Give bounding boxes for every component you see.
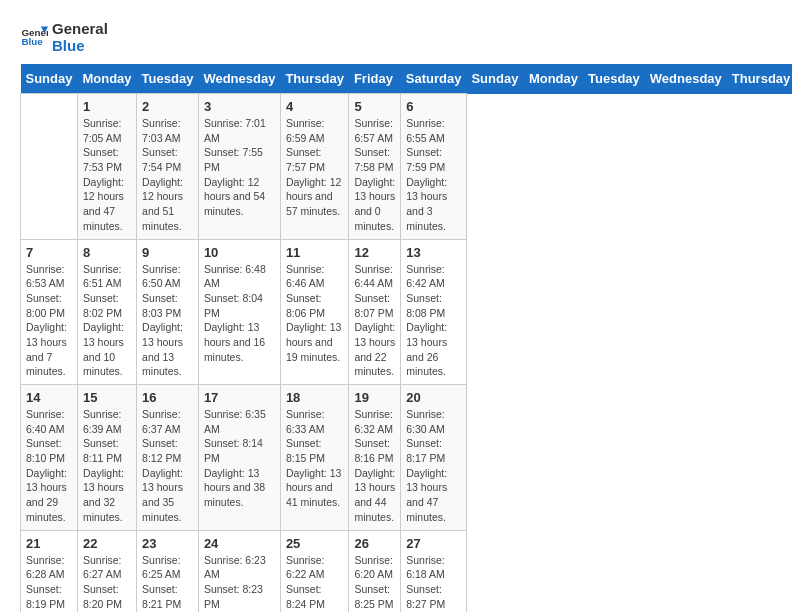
day-info: Sunrise: 6:42 AMSunset: 8:08 PMDaylight:… [406, 262, 461, 380]
header-friday: Friday [349, 64, 401, 94]
day-number: 2 [142, 99, 193, 114]
calendar-cell: 23 Sunrise: 6:25 AMSunset: 8:21 PMDaylig… [137, 530, 199, 612]
day-info: Sunrise: 6:25 AMSunset: 8:21 PMDaylight:… [142, 553, 193, 613]
calendar-cell: 7 Sunrise: 6:53 AMSunset: 8:00 PMDayligh… [21, 239, 78, 385]
svg-text:Blue: Blue [21, 36, 43, 47]
calendar-cell: 13 Sunrise: 6:42 AMSunset: 8:08 PMDaylig… [401, 239, 467, 385]
calendar-cell: 20 Sunrise: 6:30 AMSunset: 8:17 PMDaylig… [401, 385, 467, 531]
header-monday: Monday [77, 64, 136, 94]
day-info: Sunrise: 7:01 AMSunset: 7:55 PMDaylight:… [204, 116, 275, 219]
day-number: 5 [354, 99, 395, 114]
day-info: Sunrise: 6:57 AMSunset: 7:58 PMDaylight:… [354, 116, 395, 234]
calendar-cell [21, 94, 78, 240]
day-number: 19 [354, 390, 395, 405]
day-info: Sunrise: 6:50 AMSunset: 8:03 PMDaylight:… [142, 262, 193, 380]
calendar-week-row: 14 Sunrise: 6:40 AMSunset: 8:10 PMDaylig… [21, 385, 793, 531]
header-saturday: Saturday [401, 64, 467, 94]
calendar-cell: 11 Sunrise: 6:46 AMSunset: 8:06 PMDaylig… [280, 239, 349, 385]
calendar-cell: 4 Sunrise: 6:59 AMSunset: 7:57 PMDayligh… [280, 94, 349, 240]
day-info: Sunrise: 6:44 AMSunset: 8:07 PMDaylight:… [354, 262, 395, 380]
calendar-cell: 22 Sunrise: 6:27 AMSunset: 8:20 PMDaylig… [77, 530, 136, 612]
calendar-cell: 26 Sunrise: 6:20 AMSunset: 8:25 PMDaylig… [349, 530, 401, 612]
calendar-cell: 1 Sunrise: 7:05 AMSunset: 7:53 PMDayligh… [77, 94, 136, 240]
calendar-cell: 8 Sunrise: 6:51 AMSunset: 8:02 PMDayligh… [77, 239, 136, 385]
header-wednesday: Wednesday [645, 64, 727, 94]
day-info: Sunrise: 7:05 AMSunset: 7:53 PMDaylight:… [83, 116, 131, 234]
day-number: 9 [142, 245, 193, 260]
calendar-cell: 19 Sunrise: 6:32 AMSunset: 8:16 PMDaylig… [349, 385, 401, 531]
day-number: 12 [354, 245, 395, 260]
day-info: Sunrise: 6:46 AMSunset: 8:06 PMDaylight:… [286, 262, 344, 365]
calendar-cell: 2 Sunrise: 7:03 AMSunset: 7:54 PMDayligh… [137, 94, 199, 240]
day-info: Sunrise: 6:33 AMSunset: 8:15 PMDaylight:… [286, 407, 344, 510]
day-info: Sunrise: 6:55 AMSunset: 7:59 PMDaylight:… [406, 116, 461, 234]
calendar-table: SundayMondayTuesdayWednesdayThursdayFrid… [20, 64, 792, 612]
day-number: 23 [142, 536, 193, 551]
day-info: Sunrise: 6:22 AMSunset: 8:24 PMDaylight:… [286, 553, 344, 613]
calendar-week-row: 7 Sunrise: 6:53 AMSunset: 8:00 PMDayligh… [21, 239, 793, 385]
calendar-header-row: SundayMondayTuesdayWednesdayThursdayFrid… [21, 64, 793, 94]
calendar-week-row: 1 Sunrise: 7:05 AMSunset: 7:53 PMDayligh… [21, 94, 793, 240]
day-number: 22 [83, 536, 131, 551]
calendar-cell: 16 Sunrise: 6:37 AMSunset: 8:12 PMDaylig… [137, 385, 199, 531]
logo-text-general: General [52, 20, 108, 37]
day-number: 4 [286, 99, 344, 114]
day-info: Sunrise: 6:59 AMSunset: 7:57 PMDaylight:… [286, 116, 344, 219]
day-number: 20 [406, 390, 461, 405]
day-number: 21 [26, 536, 72, 551]
day-info: Sunrise: 6:51 AMSunset: 8:02 PMDaylight:… [83, 262, 131, 380]
page-header: General Blue General Blue [20, 20, 772, 54]
day-info: Sunrise: 6:40 AMSunset: 8:10 PMDaylight:… [26, 407, 72, 525]
logo-icon: General Blue [20, 23, 48, 51]
calendar-cell: 10 Sunrise: 6:48 AMSunset: 8:04 PMDaylig… [198, 239, 280, 385]
day-info: Sunrise: 6:32 AMSunset: 8:16 PMDaylight:… [354, 407, 395, 525]
logo-text-blue: Blue [52, 37, 108, 54]
day-number: 6 [406, 99, 461, 114]
day-info: Sunrise: 6:53 AMSunset: 8:00 PMDaylight:… [26, 262, 72, 380]
day-number: 15 [83, 390, 131, 405]
calendar-cell: 9 Sunrise: 6:50 AMSunset: 8:03 PMDayligh… [137, 239, 199, 385]
day-number: 14 [26, 390, 72, 405]
day-info: Sunrise: 6:23 AMSunset: 8:23 PMDaylight:… [204, 553, 275, 613]
header-sunday: Sunday [466, 64, 523, 94]
calendar-cell: 15 Sunrise: 6:39 AMSunset: 8:11 PMDaylig… [77, 385, 136, 531]
day-info: Sunrise: 6:28 AMSunset: 8:19 PMDaylight:… [26, 553, 72, 613]
header-sunday: Sunday [21, 64, 78, 94]
header-thursday: Thursday [727, 64, 792, 94]
header-wednesday: Wednesday [198, 64, 280, 94]
calendar-cell: 5 Sunrise: 6:57 AMSunset: 7:58 PMDayligh… [349, 94, 401, 240]
calendar-cell: 27 Sunrise: 6:18 AMSunset: 8:27 PMDaylig… [401, 530, 467, 612]
calendar-cell: 18 Sunrise: 6:33 AMSunset: 8:15 PMDaylig… [280, 385, 349, 531]
header-thursday: Thursday [280, 64, 349, 94]
day-info: Sunrise: 6:39 AMSunset: 8:11 PMDaylight:… [83, 407, 131, 525]
calendar-week-row: 21 Sunrise: 6:28 AMSunset: 8:19 PMDaylig… [21, 530, 793, 612]
calendar-cell: 17 Sunrise: 6:35 AMSunset: 8:14 PMDaylig… [198, 385, 280, 531]
day-number: 8 [83, 245, 131, 260]
calendar-cell: 21 Sunrise: 6:28 AMSunset: 8:19 PMDaylig… [21, 530, 78, 612]
day-number: 1 [83, 99, 131, 114]
day-number: 17 [204, 390, 275, 405]
day-number: 18 [286, 390, 344, 405]
day-info: Sunrise: 6:20 AMSunset: 8:25 PMDaylight:… [354, 553, 395, 613]
day-info: Sunrise: 6:35 AMSunset: 8:14 PMDaylight:… [204, 407, 275, 510]
day-info: Sunrise: 7:03 AMSunset: 7:54 PMDaylight:… [142, 116, 193, 234]
calendar-cell: 25 Sunrise: 6:22 AMSunset: 8:24 PMDaylig… [280, 530, 349, 612]
day-number: 26 [354, 536, 395, 551]
logo: General Blue General Blue [20, 20, 108, 54]
calendar-cell: 3 Sunrise: 7:01 AMSunset: 7:55 PMDayligh… [198, 94, 280, 240]
day-info: Sunrise: 6:30 AMSunset: 8:17 PMDaylight:… [406, 407, 461, 525]
day-number: 25 [286, 536, 344, 551]
day-number: 11 [286, 245, 344, 260]
calendar-cell: 12 Sunrise: 6:44 AMSunset: 8:07 PMDaylig… [349, 239, 401, 385]
day-number: 24 [204, 536, 275, 551]
calendar-cell: 6 Sunrise: 6:55 AMSunset: 7:59 PMDayligh… [401, 94, 467, 240]
day-number: 16 [142, 390, 193, 405]
day-number: 7 [26, 245, 72, 260]
day-info: Sunrise: 6:48 AMSunset: 8:04 PMDaylight:… [204, 262, 275, 365]
day-number: 13 [406, 245, 461, 260]
calendar-cell: 14 Sunrise: 6:40 AMSunset: 8:10 PMDaylig… [21, 385, 78, 531]
day-info: Sunrise: 6:27 AMSunset: 8:20 PMDaylight:… [83, 553, 131, 613]
day-number: 10 [204, 245, 275, 260]
day-number: 27 [406, 536, 461, 551]
header-tuesday: Tuesday [583, 64, 645, 94]
